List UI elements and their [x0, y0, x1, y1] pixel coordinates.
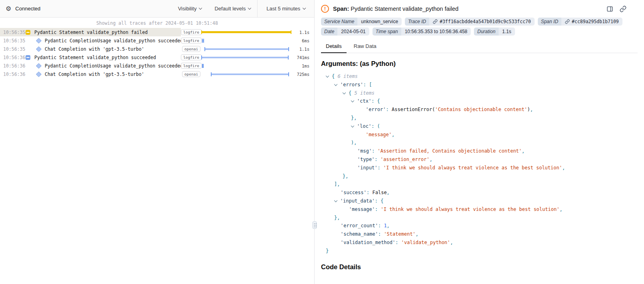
- duration-label: 1ms: [291, 64, 314, 68]
- trace-row[interactable]: 10:56:35Pydantic Statement validate_pyth…: [0, 28, 314, 36]
- code-line: },: [326, 172, 644, 181]
- duration-bar-track: [202, 28, 291, 36]
- code-token: ): [527, 107, 530, 112]
- tag-pill[interactable]: logfire: [181, 29, 202, 36]
- badge-label: Trace ID: [405, 18, 429, 26]
- code-token: },: [351, 115, 357, 121]
- code-token: ],: [334, 181, 340, 187]
- tag-column: logfire: [181, 63, 202, 69]
- collapse-caret-icon[interactable]: [343, 91, 346, 94]
- code-token: 'loc': [357, 123, 371, 129]
- code-token: 'validate_python': [401, 240, 450, 245]
- code-line: 'validation_method': 'validate_python',: [326, 238, 644, 247]
- tab-raw-data[interactable]: Raw Data: [349, 41, 381, 53]
- code-token: ,: [522, 148, 525, 154]
- code-token: ,: [392, 132, 394, 137]
- duration-bar-track: [202, 36, 291, 45]
- code-token: 'error_count': [341, 223, 378, 228]
- span-title: Pydantic Statement validate_python faile…: [351, 6, 458, 12]
- time-range-dropdown-label: Last 5 minutes: [266, 6, 300, 12]
- traces-toolbar: ⚙ Connected Visibility Default levels La…: [0, 0, 314, 18]
- code-token: 'validation_method': [341, 240, 395, 245]
- code-line: 'type': 'assertion_error',: [326, 155, 644, 164]
- trace-row[interactable]: 10:56:36Pydantic CompletionUsage validat…: [0, 62, 314, 70]
- code-line: ),: [326, 139, 644, 147]
- code-token: 'ctx': [357, 98, 371, 104]
- time-range-dropdown[interactable]: Last 5 minutes: [257, 0, 314, 17]
- code-line: 'schema_name': 'Statement',: [326, 230, 644, 238]
- trace-row-main: 10:56:35Pydantic Statement validate_pyth…: [0, 28, 181, 36]
- code-line: },: [326, 114, 644, 122]
- default-levels-dropdown[interactable]: Default levels: [208, 0, 257, 17]
- indent-spacer: [26, 40, 36, 41]
- badge-time-span: Time span10:56:35.353 to 10:56:36.458: [373, 28, 471, 36]
- code-token: 'errors': [340, 82, 363, 87]
- code-token: 1: [384, 223, 386, 228]
- link-icon[interactable]: [565, 19, 570, 24]
- code-token: :: [386, 107, 392, 112]
- tag-pill[interactable]: openai: [182, 46, 200, 52]
- trace-timestamp: 10:56:35: [3, 30, 26, 35]
- trace-row-main: 10:56:35Pydantic CompletionUsage validat…: [0, 36, 181, 45]
- code-token: : {: [375, 198, 384, 204]
- span-diamond-icon: [36, 62, 44, 70]
- chevron-down-icon: [303, 6, 306, 10]
- visibility-dropdown[interactable]: Visibility: [172, 0, 208, 17]
- tag-pill[interactable]: logfire: [181, 54, 202, 61]
- duration-bar-track: [202, 45, 291, 53]
- code-token: ,: [430, 157, 432, 162]
- tag-pill[interactable]: logfire: [181, 38, 202, 44]
- duration-label: 1.1s: [291, 47, 314, 52]
- tag-pill[interactable]: logfire: [181, 63, 202, 69]
- tag-pill[interactable]: openai: [182, 71, 200, 77]
- code-token: ),: [351, 140, 357, 145]
- code-line: 'error': AssertionError('Contains object…: [326, 105, 644, 114]
- badge-date: Date2024-05-01: [321, 28, 369, 36]
- code-token: :: [378, 231, 384, 237]
- badge-row-2: Date2024-05-01Time span10:56:35.353 to 1…: [321, 28, 644, 36]
- span-diamond-icon: [36, 70, 44, 78]
- copy-link-icon[interactable]: [620, 6, 626, 12]
- span-diamond-icon: [36, 45, 44, 53]
- warning-circle-icon: !: [321, 5, 329, 13]
- trace-row[interactable]: 10:56:35Pydantic CompletionUsage validat…: [0, 36, 314, 45]
- trace-row[interactable]: 10:56:36Pydantic Statement validate_pyth…: [0, 53, 314, 62]
- warning-level-icon: [26, 28, 34, 36]
- indent-spacer: [26, 66, 36, 66]
- collapse-caret-icon[interactable]: [334, 83, 337, 86]
- collapse-caret-icon[interactable]: [334, 199, 337, 202]
- link-icon[interactable]: [433, 19, 438, 24]
- code-token: ,: [450, 240, 453, 245]
- code-line: ],: [326, 180, 644, 189]
- code-token: ,: [387, 190, 390, 195]
- chevron-down-icon: [199, 6, 202, 10]
- collapse-caret-icon[interactable]: [351, 99, 354, 102]
- code-token: ,: [530, 107, 533, 112]
- badge-value: 1.1s: [499, 28, 515, 36]
- app-window: ⚙ Connected Visibility Default levels La…: [0, 0, 644, 284]
- code-token: 'input_data': [340, 198, 375, 204]
- drag-handle-icon[interactable]: [313, 221, 317, 229]
- code-token: 'Assertion failed, Contains objectionabl…: [378, 148, 522, 154]
- code-line: 'ctx': {: [326, 97, 644, 105]
- code-line: 'input_data': {: [326, 197, 644, 205]
- badge-span-id: Span ID#cc89a295db1b7109: [538, 18, 622, 26]
- duration-label: 741ms: [291, 55, 314, 60]
- collapse-caret-icon[interactable]: [351, 124, 354, 127]
- code-token: 'type': [357, 157, 375, 162]
- gear-icon[interactable]: ⚙: [6, 5, 11, 12]
- code-token: :: [372, 148, 377, 154]
- tag-column: logfire: [181, 54, 202, 61]
- tab-details[interactable]: Details: [321, 41, 347, 53]
- panel-layout-icon[interactable]: [606, 6, 613, 12]
- collapse-caret-icon[interactable]: [326, 74, 329, 77]
- trace-row[interactable]: 10:56:36Chat Completion with 'gpt-3.5-tu…: [0, 70, 314, 78]
- code-line: 'input': 'I think we should always treat…: [326, 164, 644, 172]
- code-line: 'message': 'I think we should always tre…: [326, 205, 644, 214]
- duration-label: 1.1s: [291, 30, 314, 35]
- code-token: ,: [559, 207, 562, 212]
- code-token: 5 items: [354, 90, 375, 96]
- code-token: ,: [416, 231, 418, 237]
- code-token: {: [349, 90, 354, 96]
- trace-row[interactable]: 10:56:35Chat Completion with 'gpt-3.5-tu…: [0, 45, 314, 53]
